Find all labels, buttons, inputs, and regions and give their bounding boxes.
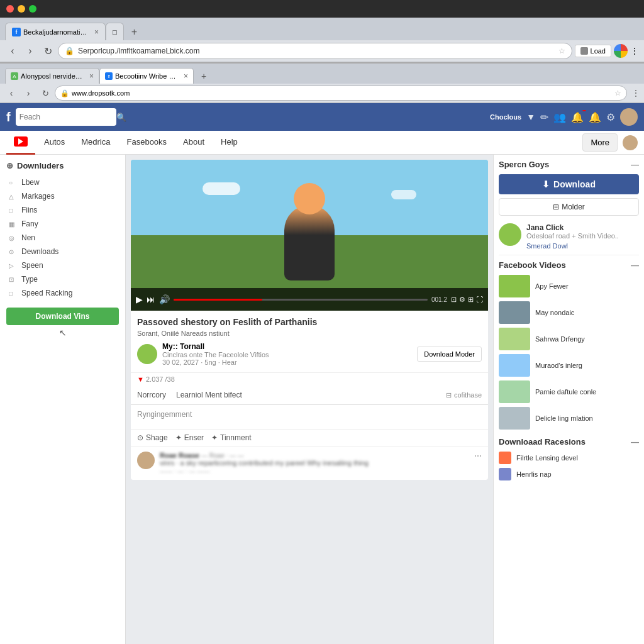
video-author-name[interactable]: My:: Tornall (162, 342, 412, 351)
sidebar-item-speen[interactable]: ▷ Speen (6, 258, 119, 272)
browser-tab-1[interactable]: f Beckaljudarnomatinr Virftar × (5, 23, 106, 40)
cursor-indicator: ↖ (6, 328, 119, 338)
sponsor-link[interactable]: Smerad Dowl (526, 242, 619, 250)
sidebar-download-button[interactable]: Download Vins (6, 308, 119, 325)
download-moder-button[interactable]: Dovnload Moder (417, 347, 482, 362)
fb-bell-icon[interactable]: 🔔 (589, 111, 601, 123)
menu-icon[interactable]: ⋮ (630, 46, 639, 56)
sponsor-avatar[interactable] (499, 223, 521, 246)
video-tab-norrcory[interactable]: Norrcory (137, 386, 166, 404)
volume-button[interactable]: 🔊 (159, 294, 170, 304)
right-download-button[interactable]: ⬇ Download (499, 174, 639, 194)
inner-tab-1[interactable]: A Alonyposl nervideaed... × (5, 68, 99, 84)
fb-video-3[interactable]: Sahrwa Drfengy (499, 328, 639, 350)
os-bar (0, 0, 644, 18)
comment-button[interactable]: ✦ Tinnment (211, 433, 252, 442)
share-button[interactable]: ⊙ Shage (137, 433, 168, 442)
inner-menu-icon[interactable]: ⋮ (631, 88, 640, 98)
tab-2-label: □ (113, 28, 117, 36)
close-button[interactable] (6, 5, 14, 13)
back-button[interactable]: ‹ (5, 43, 20, 58)
inner-address-bar[interactable]: 🔒 www.dropsotk.com ☆ (55, 86, 627, 101)
fb-video-4[interactable]: Muraod's inlerg (499, 354, 639, 377)
inner-tab-2-label: Becootiinv Wribe Omiil... (115, 72, 179, 80)
forward-button[interactable]: › (23, 43, 38, 58)
fb-nav-fasebooks[interactable]: Fasebooks (119, 131, 175, 155)
fb-videos-collapse[interactable]: — (631, 260, 639, 270)
inner-bookmark-icon[interactable]: ☆ (614, 89, 621, 97)
fb-notification-badge[interactable]: 🔔 (571, 111, 584, 123)
fb-search-input[interactable] (19, 113, 114, 121)
comment-more-icon[interactable]: ⋯ (474, 452, 482, 460)
skip-button[interactable]: ⏭ (147, 294, 155, 304)
fb-edit-icon[interactable]: ✏ (540, 111, 548, 123)
inner-forward-button[interactable]: › (21, 86, 36, 101)
bookmark-icon[interactable]: ☆ (558, 47, 565, 55)
fb-dropdown-icon[interactable]: ▼ (526, 112, 535, 122)
tab-1-close[interactable]: × (94, 28, 99, 36)
fb-friends-icon[interactable]: 👥 (553, 111, 566, 123)
dl-rec-label-2: Henrlis nap (516, 470, 552, 478)
enser-button[interactable]: ✦ Enser (175, 433, 204, 442)
inner-tab-2-close[interactable]: × (184, 72, 188, 80)
fb-nav-autos[interactable]: Autos (36, 131, 72, 155)
fb-nav-medrica[interactable]: Medrica (74, 131, 118, 155)
sidebar-item-type[interactable]: ⊡ Type (6, 272, 119, 286)
sidebar-item-speed-hacking[interactable]: □ Speed Racking (6, 286, 119, 300)
browser-tab-2[interactable]: □ (106, 23, 124, 40)
fb-video-5[interactable]: Parnie daftule conle (499, 380, 639, 403)
sidebar-item-fiins[interactable]: □ Fiins (6, 203, 119, 217)
fb-search-box[interactable]: 🔍 (16, 108, 116, 126)
fb-settings-icon[interactable]: ⚙ (606, 111, 615, 123)
progress-bar[interactable] (174, 299, 428, 301)
inner-refresh-button[interactable]: ↻ (38, 86, 53, 101)
video-person (284, 205, 335, 280)
sidebar-item-markages[interactable]: △ Markages (6, 189, 119, 203)
fb-nav-youtube[interactable] (6, 131, 35, 155)
inner-back-button[interactable]: ‹ (4, 86, 19, 101)
fb-video-1[interactable]: Apy Fewer (499, 275, 639, 297)
video-author-date: 30 02, 2027 · 5ng · Hear (162, 358, 412, 366)
fb-nav-about[interactable]: About (175, 131, 212, 155)
dl-rec-collapse[interactable]: — (631, 437, 639, 447)
video-author-avatar[interactable] (137, 344, 157, 364)
inner-new-tab-button[interactable]: + (196, 69, 211, 84)
sidebar-item-lbew[interactable]: ○ Lbew (6, 175, 119, 189)
dl-rec-2[interactable]: Henrlis nap (499, 468, 639, 480)
refresh-button[interactable]: ↻ (40, 43, 55, 58)
address-bar[interactable]: 🔒 Serporlcup./lmfltkoamameLbick.com ☆ (58, 43, 572, 59)
fb-video-6[interactable]: Delicle ling mlation (499, 407, 639, 430)
minimize-button[interactable] (18, 5, 25, 13)
molder-button[interactable]: ⊟ Molder (499, 198, 639, 216)
sponsor-name[interactable]: Jana Click (526, 223, 619, 232)
fb-user-avatar[interactable] (620, 108, 638, 126)
settings-button[interactable]: ⚙ (459, 296, 465, 304)
dl-rec-1[interactable]: Filrtle Lensing devel (499, 452, 639, 464)
fb-video-2[interactable]: May nondaic (499, 301, 639, 324)
inner-tab-2[interactable]: f Becootiinv Wribe Omiil... × (99, 68, 194, 84)
fb-nav-help[interactable]: Help (213, 131, 245, 155)
subtitles-button[interactable]: ⊡ (451, 296, 457, 304)
play-button[interactable]: ▶ (136, 294, 143, 304)
load-button[interactable]: Load (575, 45, 611, 57)
inner-tab-1-close[interactable]: × (89, 72, 94, 80)
sponsor-collapse[interactable]: — (631, 160, 639, 169)
theater-button[interactable]: ⊞ (468, 296, 474, 304)
sidebar-item-nen[interactable]: ◎ Nen (6, 231, 119, 245)
dl-rec-section: Downloaad Racesions — Filrtle Lensing de… (499, 437, 639, 480)
sidebar-item-downloads[interactable]: ⊙ Dewnloads (6, 245, 119, 258)
video-player[interactable]: ▶ ⏭ 🔊 001.2 ⊡ ⚙ ⊞ ⛶ (131, 160, 488, 311)
fullscreen-button[interactable]: ⛶ (476, 296, 483, 304)
fb-navbar: Autos Medrica Fasebooks About Help More (0, 131, 644, 155)
video-tab-learniol[interactable]: Learniol Ment bifect (176, 386, 242, 404)
fb-more-button[interactable]: More (582, 133, 618, 152)
inner-favicon-2: f (105, 72, 113, 80)
enser-icon: ✦ (175, 433, 182, 442)
maximize-button[interactable] (29, 5, 36, 13)
video-subtitle: Sorant, Oniilé Nareads nstiunt (137, 330, 482, 337)
progress-fill (174, 299, 262, 301)
sidebar-item-fany[interactable]: ▦ Fany (6, 217, 119, 231)
fb-nav-avatar[interactable] (623, 135, 638, 150)
fb-profile-name[interactable]: Choclous (490, 113, 521, 121)
new-tab-button[interactable]: + (126, 24, 142, 40)
